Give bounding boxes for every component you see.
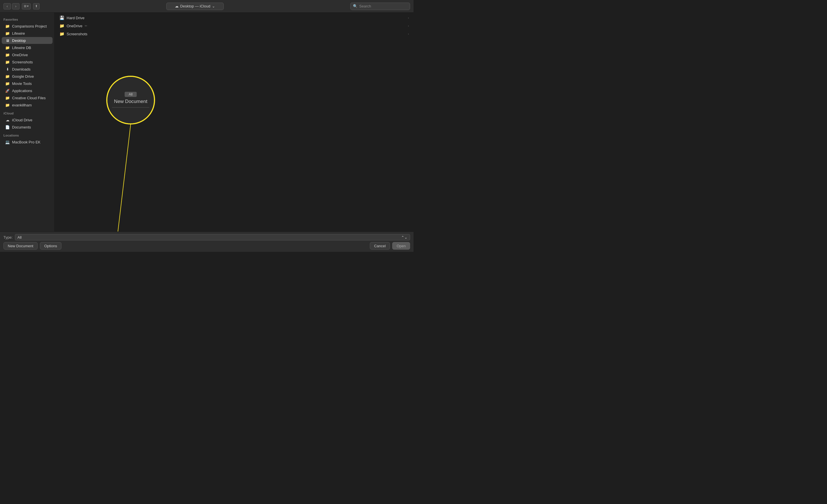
file-list: 💾 Hard Drive › 📁 OneDrive ✏ › 📁 Screensh… <box>55 13 414 231</box>
new-document-button[interactable]: New Document <box>3 242 38 249</box>
options-button[interactable]: Options <box>40 242 61 249</box>
file-name: OneDrive <box>66 24 83 28</box>
sidebar-item-label: iCloud Drive <box>12 118 33 122</box>
sidebar-item-creative-cloud[interactable]: 📁 Creative Cloud Files <box>2 94 53 101</box>
search-icon: 🔍 <box>353 4 357 8</box>
folder-icon: 📁 <box>59 31 64 37</box>
folder-icon: 📁 <box>5 103 10 107</box>
view-toggle-button[interactable]: ⊞ ▾ <box>22 3 31 9</box>
downloads-icon: ⬇ <box>5 67 10 71</box>
file-name: Screenshots <box>66 32 87 36</box>
cloud-icon: ☁ <box>5 118 10 122</box>
location-chevron-icon: ⌄ <box>212 4 215 8</box>
sidebar-item-label: Google Drive <box>12 74 34 78</box>
laptop-icon: 💻 <box>5 140 10 144</box>
list-item[interactable]: 💾 Hard Drive › <box>55 14 414 22</box>
file-area: 💾 Hard Drive › 📁 OneDrive ✏ › 📁 Screensh… <box>55 13 414 231</box>
action-row: New Document Options Cancel Open <box>3 242 410 249</box>
toolbar-center: ☁ Desktop — iCloud ⌄ <box>42 3 348 10</box>
folder-icon: 📁 <box>5 74 10 78</box>
folder-icon: 📁 <box>5 96 10 100</box>
location-label: Desktop — iCloud <box>180 4 210 8</box>
sidebar-item-label: evankillham <box>12 103 32 107</box>
cancel-button[interactable]: Cancel <box>370 242 390 249</box>
folder-icon: 📁 <box>5 81 10 86</box>
drive-icon: 💾 <box>59 15 64 20</box>
sidebar-item-icloud-drive[interactable]: ☁ iCloud Drive <box>2 116 53 123</box>
sidebar-item-label: Creative Cloud Files <box>12 96 46 100</box>
sidebar-item-label: Lifewire DB <box>12 46 31 50</box>
sidebar-item-google-drive[interactable]: 📁 Google Drive <box>2 73 53 80</box>
bottom-bar: Type: All ⌃⌄ New Document Options Cancel… <box>0 231 414 252</box>
favorites-section-label: Favorites <box>0 15 54 22</box>
sidebar-item-onedrive[interactable]: 📁 OneDrive <box>2 51 53 58</box>
chevron-right-icon: › <box>408 16 409 19</box>
nav-buttons: ‹ › <box>3 3 19 9</box>
sidebar-item-lifewire-db[interactable]: 📁 Lifewire DB <box>2 44 53 51</box>
folder-icon: 📁 <box>5 31 10 36</box>
sidebar-item-label: Lifewire <box>12 31 25 36</box>
sidebar-item-downloads[interactable]: ⬇ Downloads <box>2 66 53 72</box>
icloud-section-label: iCloud <box>0 109 54 116</box>
sidebar-item-label: Applications <box>12 89 32 93</box>
sidebar-item-lifewire[interactable]: 📁 Lifewire <box>2 30 53 37</box>
type-value: All <box>17 235 21 239</box>
type-dropdown[interactable]: All ⌃⌄ <box>15 234 410 240</box>
sidebar-item-documents[interactable]: 📄 Documents <box>2 124 53 130</box>
folder-icon: 📁 <box>59 23 64 29</box>
folder-icon: 📁 <box>5 53 10 57</box>
sidebar-item-label: MacBook Pro EK <box>12 140 41 144</box>
type-dropdown-arrows-icon: ⌃⌄ <box>401 235 407 239</box>
sidebar-item-comparisons-project[interactable]: 📁 Comparisons Project <box>2 23 53 30</box>
sidebar-item-label: Comparisons Project <box>12 24 47 29</box>
desktop-icon: 🖥 <box>5 38 10 43</box>
cloud-icon: ☁ <box>175 4 179 8</box>
search-input[interactable] <box>359 4 407 8</box>
type-label: Type: <box>3 235 13 239</box>
main-area: Favorites 📁 Comparisons Project 📁 Lifewi… <box>0 13 414 231</box>
share-icon: ⬆ <box>35 4 38 8</box>
sidebar-item-label: Movie Tools <box>12 81 32 86</box>
back-button[interactable]: ‹ <box>3 3 11 9</box>
location-dropdown[interactable]: ☁ Desktop — iCloud ⌄ <box>166 3 224 10</box>
search-box[interactable]: 🔍 <box>350 3 410 10</box>
list-item[interactable]: 📁 Screenshots › <box>55 30 414 38</box>
sidebar-item-movie-tools[interactable]: 📁 Movie Tools <box>2 80 53 87</box>
open-button[interactable]: Open <box>392 242 410 249</box>
sidebar-item-label: Desktop <box>12 39 26 43</box>
chevron-right-icon: › <box>408 24 409 27</box>
type-row: Type: All ⌃⌄ <box>3 234 410 240</box>
sidebar-item-label: Downloads <box>12 67 31 71</box>
folder-icon: 📁 <box>5 60 10 64</box>
toolbar: ‹ › ⊞ ▾ ⬆ ☁ Desktop — iCloud ⌄ 🔍 <box>0 0 414 13</box>
file-name: Hard Drive <box>66 16 85 20</box>
sidebar-item-macbook-pro[interactable]: 💻 MacBook Pro EK <box>2 138 53 146</box>
share-button[interactable]: ⬆ <box>33 3 40 9</box>
chevron-right-icon: › <box>408 33 409 36</box>
document-icon: 📄 <box>5 125 10 129</box>
folder-icon: 📁 <box>5 24 10 29</box>
sidebar-item-screenshots[interactable]: 📁 Screenshots <box>2 59 53 65</box>
sidebar-item-applications[interactable]: 🚀 Applications <box>2 87 53 94</box>
view-dropdown-icon: ▾ <box>27 4 29 8</box>
folder-icon: 📁 <box>5 45 10 50</box>
applications-icon: 🚀 <box>5 88 10 93</box>
sidebar-item-desktop[interactable]: 🖥 Desktop <box>2 37 53 44</box>
sidebar-item-label: Screenshots <box>12 60 33 64</box>
sidebar-item-label: Documents <box>12 125 31 129</box>
view-grid-icon: ⊞ <box>24 4 27 8</box>
forward-button[interactable]: › <box>12 3 19 9</box>
sidebar: Favorites 📁 Comparisons Project 📁 Lifewi… <box>0 13 55 231</box>
sidebar-item-evankillham[interactable]: 📁 evankillham <box>2 102 53 108</box>
sidebar-item-label: OneDrive <box>12 53 28 57</box>
edit-icon: ✏ <box>85 24 87 28</box>
list-item[interactable]: 📁 OneDrive ✏ › <box>55 22 414 30</box>
locations-section-label: Locations <box>0 131 54 138</box>
